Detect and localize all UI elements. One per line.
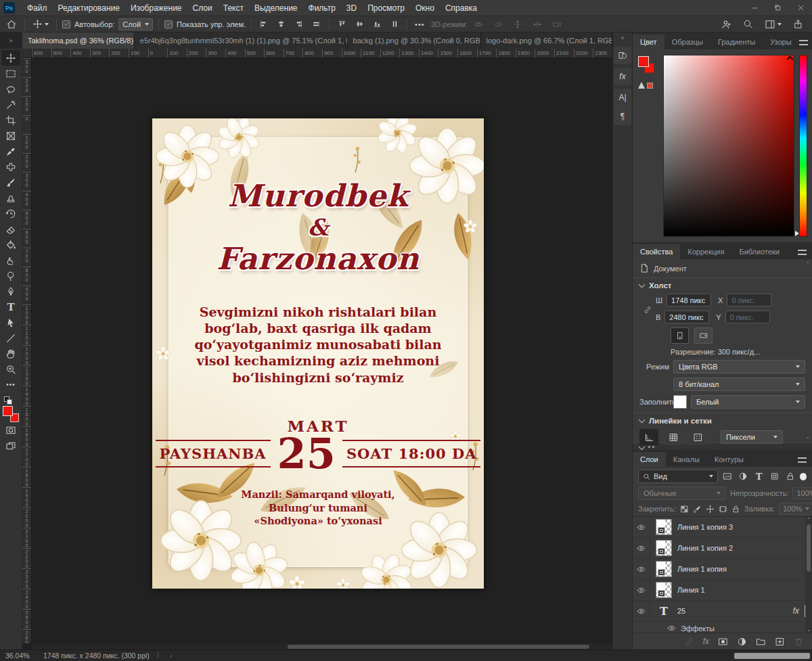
menu-item-выделение[interactable]: Выделение (249, 1, 303, 15)
lock-artboard-icon[interactable] (719, 503, 727, 514)
properties-tab-библиотеки[interactable]: Библиотеки (731, 244, 787, 259)
canvas-viewport[interactable]: Murodbek & Farzonaxon Sevgimizni nikoh r… (32, 58, 612, 643)
layer-thumbnail[interactable] (656, 519, 672, 535)
y-field[interactable]: 0 пикс. (725, 311, 770, 323)
rulers-grids-section-header[interactable]: Линейки и сетки (633, 413, 812, 427)
default-colors-icon[interactable] (4, 395, 18, 405)
effects-eye-icon[interactable] (667, 624, 676, 633)
layer-mask-icon[interactable] (718, 637, 728, 647)
minimize-button[interactable] (743, 0, 766, 16)
color-saturation-field[interactable] (663, 55, 794, 237)
color-tab-образцы[interactable]: Образцы (664, 35, 710, 49)
hand-tool-icon[interactable] (1, 346, 20, 361)
home-button[interactable] (4, 18, 19, 30)
marquee-tool-icon[interactable] (1, 66, 20, 81)
quick-mask-button[interactable] (1, 422, 20, 438)
menu-item-фильтр[interactable]: Фильтр (303, 1, 341, 15)
lock-all-icon[interactable] (731, 503, 740, 514)
layers-tab-каналы[interactable]: Каналы (666, 452, 707, 467)
distribute-v-icon[interactable] (388, 19, 401, 29)
align-right-edges-icon[interactable] (292, 19, 305, 29)
new-group-icon[interactable] (756, 637, 766, 647)
brush-tool-icon[interactable] (1, 175, 20, 190)
type-tool-icon[interactable]: T (1, 299, 20, 315)
color-tab-градиенты[interactable]: Градиенты (710, 35, 763, 49)
menu-item-окно[interactable]: Окно (410, 1, 440, 15)
properties-panel-menu-icon[interactable] (798, 250, 812, 259)
portrait-orientation-button[interactable] (671, 327, 689, 344)
panels-collapse-icon[interactable]: « (613, 32, 632, 43)
pen-tool-icon[interactable] (1, 283, 20, 299)
align-left-edges-icon[interactable] (257, 19, 270, 29)
hue-slider[interactable] (799, 55, 807, 237)
height-field[interactable]: 2480 пикс (664, 311, 709, 323)
clone-stamp-tool-icon[interactable] (1, 190, 20, 206)
more-options-button[interactable]: ••• (413, 20, 427, 29)
layer-style-icon[interactable]: fx (703, 637, 709, 646)
menu-item-файл[interactable]: Файл (22, 1, 53, 15)
layer-row-1[interactable]: Линия 1 копия 2 (633, 538, 812, 559)
eyedropper-tool-icon[interactable] (1, 143, 20, 159)
paint-bucket-tool-icon[interactable] (1, 237, 20, 252)
grid-toggle-icon[interactable] (664, 429, 683, 445)
foreground-background-swatches[interactable] (3, 406, 19, 422)
color-panel-menu-icon[interactable] (799, 40, 812, 49)
fill-dropdown[interactable]: Белый (691, 395, 805, 409)
link-dimensions-icon[interactable] (644, 306, 652, 314)
restore-button[interactable] (766, 0, 789, 16)
distribute-h-icon[interactable] (310, 19, 323, 29)
layer-row-3[interactable]: Линия 1 (633, 580, 812, 601)
filter-adjustment-layers-icon[interactable] (737, 470, 749, 482)
show-controls-checkbox[interactable] (164, 20, 173, 28)
link-layers-icon[interactable] (684, 637, 694, 647)
paragraph-panel-icon[interactable]: ¶ (615, 110, 630, 123)
layer-fx-badge[interactable]: fx (793, 606, 799, 616)
canvas-horizontal-scrollbar[interactable] (32, 643, 612, 649)
opacity-field[interactable]: 100% (792, 487, 812, 499)
account-icon[interactable] (719, 18, 734, 30)
autoselect-checkbox[interactable] (62, 20, 70, 28)
width-field[interactable]: 1748 пикс (667, 294, 711, 306)
menu-item-редактирование[interactable]: Редактирование (53, 1, 125, 15)
eye-icon[interactable] (637, 523, 646, 532)
properties-scrollbar[interactable]: ⌃⌄ (804, 261, 811, 440)
rulers-toggle-icon[interactable] (639, 429, 658, 445)
lock-position-icon[interactable] (706, 503, 715, 514)
menu-item-слои[interactable]: Слои (187, 1, 218, 15)
roll-3d-icon[interactable] (491, 19, 505, 30)
slide-3d-icon[interactable] (531, 19, 544, 30)
lock-pixels-icon[interactable] (693, 503, 702, 514)
history-panel-icon[interactable] (615, 49, 630, 62)
filter-image-layers-icon[interactable] (721, 470, 734, 482)
document-tab-0[interactable]: Taklifnoma.psd @ 36% (RGB/8) *× (22, 32, 135, 49)
new-layer-icon[interactable] (775, 637, 785, 647)
path-select-tool-icon[interactable] (1, 315, 20, 330)
align-top-edges-icon[interactable] (336, 19, 348, 29)
document-tab-1[interactable]: e5r4bj6q3ng8tunhmml53r30mh (1) (1).png @… (135, 32, 348, 49)
smudge-tool-icon[interactable] (1, 252, 20, 268)
screen-mode-button[interactable] (1, 438, 20, 453)
menu-item-изображение[interactable]: Изображение (125, 1, 187, 15)
eye-icon[interactable] (637, 607, 646, 616)
layers-panel-menu-icon[interactable] (798, 457, 812, 467)
search-icon[interactable] (741, 18, 755, 30)
units-dropdown[interactable]: Пиксели (721, 430, 783, 444)
more-tools-icon[interactable]: ••• (1, 377, 20, 392)
autoselect-dropdown[interactable]: Слой (118, 18, 153, 30)
align-h-centers-icon[interactable] (275, 19, 288, 29)
delete-layer-icon[interactable] (794, 637, 804, 647)
move-tool-icon[interactable] (1, 50, 20, 66)
camera-3d-icon[interactable] (550, 19, 564, 30)
menu-item-3d[interactable]: 3D (341, 1, 362, 15)
history-brush-tool-icon[interactable] (1, 206, 20, 221)
workspace-layout-icon[interactable] (763, 18, 784, 30)
color-tab-цвет[interactable]: Цвет (633, 35, 664, 49)
layer-row-0[interactable]: Линия 1 копия 3 (633, 517, 812, 538)
properties-tab-коррекция[interactable]: Коррекция (680, 244, 731, 259)
layer-thumbnail[interactable] (656, 561, 672, 577)
crop-tool-icon[interactable] (1, 112, 20, 128)
layer-thumbnail[interactable] (656, 582, 672, 598)
color-tab-узоры[interactable]: Узоры (763, 35, 798, 49)
gamut-warning-icon[interactable] (638, 82, 653, 89)
dodge-tool-icon[interactable] (1, 268, 20, 283)
